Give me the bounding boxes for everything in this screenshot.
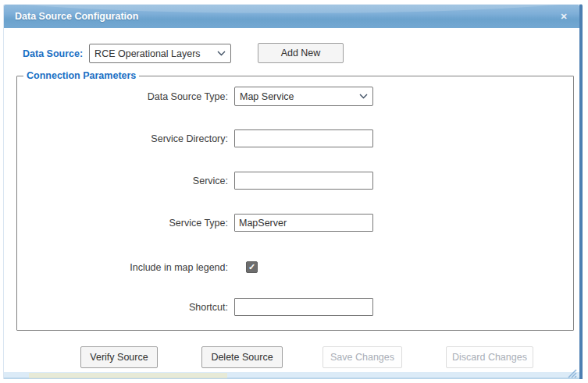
form-row-service-directory: Service Directory: xyxy=(17,129,573,148)
data-source-type-label: Data Source Type: xyxy=(17,91,234,102)
form-row-data-source-type: Data Source Type: Map Service xyxy=(17,87,573,106)
form-row-service-type: Service Type: xyxy=(17,213,573,232)
dialog-title-bar[interactable]: Data Source Configuration ✕ xyxy=(4,5,579,28)
screen: Data Source Configuration ✕ Data Source:… xyxy=(0,0,588,383)
discard-changes-button[interactable]: Discard Changes xyxy=(446,346,533,368)
data-source-select[interactable]: RCE Operational Layers xyxy=(89,44,231,63)
include-in-map-legend-label: Include in map legend: xyxy=(17,262,234,273)
data-source-type-select[interactable]: Map Service xyxy=(234,87,373,106)
close-icon: ✕ xyxy=(560,12,567,21)
background-map-sliver xyxy=(29,373,227,378)
include-in-map-legend-checkbox[interactable]: ✓ xyxy=(246,261,258,273)
resize-handle-icon[interactable] xyxy=(566,367,577,378)
service-label: Service: xyxy=(17,176,234,186)
delete-source-button[interactable]: Delete Source xyxy=(201,346,283,368)
service-type-label: Service Type: xyxy=(17,218,234,229)
data-source-selected-value: RCE Operational Layers xyxy=(94,48,214,59)
shortcut-label: Shortcut: xyxy=(17,302,234,313)
dialog-title: Data Source Configuration xyxy=(15,11,138,22)
data-source-row: Data Source: RCE Operational Layers Add … xyxy=(23,43,564,64)
dialog-bottom-strip xyxy=(4,372,579,379)
data-source-label: Data Source: xyxy=(23,48,83,59)
chevron-down-icon xyxy=(359,94,368,99)
verify-source-button[interactable]: Verify Source xyxy=(80,346,158,368)
form-row-include-in-map-legend: Include in map legend: ✓ xyxy=(17,261,573,274)
data-source-configuration-dialog: Data Source Configuration ✕ Data Source:… xyxy=(3,4,583,379)
service-directory-input[interactable] xyxy=(234,129,373,147)
connection-parameters-legend: Connection Parameters xyxy=(23,70,139,81)
close-button[interactable]: ✕ xyxy=(558,10,570,23)
connection-parameters-fieldset: Connection Parameters Data Source Type: … xyxy=(16,70,574,331)
checkmark-icon: ✓ xyxy=(248,263,255,271)
save-changes-button[interactable]: Save Changes xyxy=(323,346,402,368)
form-row-shortcut: Shortcut: xyxy=(17,297,573,317)
chevron-down-icon xyxy=(217,51,226,56)
add-new-button[interactable]: Add New xyxy=(258,43,344,63)
data-source-type-selected-value: Map Service xyxy=(240,91,356,102)
service-type-input[interactable] xyxy=(234,214,373,232)
service-input[interactable] xyxy=(234,172,373,190)
form-row-service: Service: xyxy=(17,171,573,190)
service-directory-label: Service Directory: xyxy=(17,133,234,144)
shortcut-input[interactable] xyxy=(234,298,373,316)
